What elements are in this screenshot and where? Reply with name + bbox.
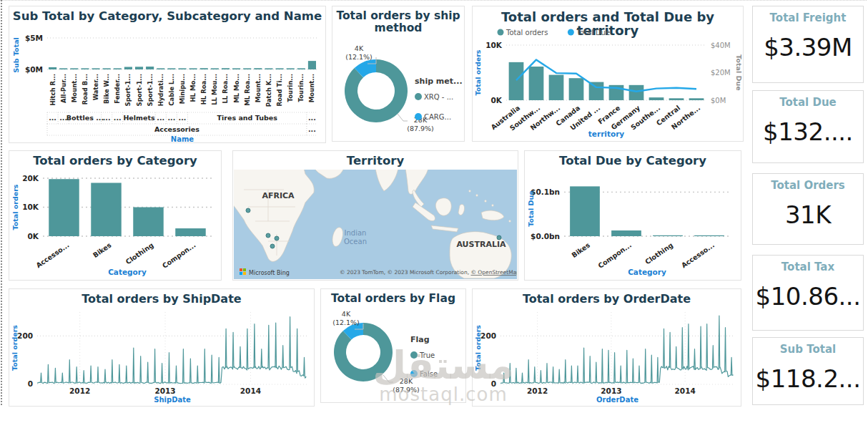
kpi-title: Total Orders bbox=[753, 179, 863, 192]
panel-ship-method-donut: Total orders by ship method 4K(12.1%)28K… bbox=[332, 6, 465, 142]
svg-text:Total orders: Total orders bbox=[505, 29, 548, 37]
svg-text:Accesso...: Accesso... bbox=[34, 241, 70, 270]
map-bubble-point[interactable] bbox=[275, 236, 279, 240]
map-bubble-point[interactable] bbox=[497, 235, 501, 240]
svg-text:...: ... bbox=[308, 114, 316, 122]
svg-text:Tires and Tubes: Tires and Tubes bbox=[217, 114, 278, 122]
ship-method-donut-chart[interactable]: 4K(12.1%)28K(87.9%)ship met...XRQ - ...C… bbox=[333, 37, 463, 140]
orders-by-shipdate-line-chart[interactable]: 2012201320142000ShipDateTotal orders bbox=[10, 306, 313, 405]
svg-text:Accessories: Accessories bbox=[154, 125, 199, 133]
kpi-value: $3.39M bbox=[753, 33, 863, 62]
svg-text:LL Mou...: LL Mou... bbox=[211, 74, 218, 105]
svg-text:Road B...: Road B... bbox=[82, 74, 89, 104]
bing-logo-label: Microsoft Bing bbox=[249, 270, 290, 276]
svg-text:(87.9%): (87.9%) bbox=[407, 125, 434, 132]
kpi-value: $132.... bbox=[753, 117, 863, 146]
svg-text:...: ... bbox=[167, 114, 175, 122]
svg-text:Water...: Water... bbox=[92, 74, 99, 100]
subtotal-bar-chart[interactable]: $5M$0MHitch R...All-Pur...Mount...Road B… bbox=[10, 28, 325, 142]
svg-text:0: 0 bbox=[28, 379, 33, 388]
kpi-value: $118.2... bbox=[753, 364, 863, 393]
svg-text:$0M: $0M bbox=[25, 65, 43, 74]
kpi-card-total-tax: Total Tax $10.86... bbox=[752, 255, 864, 331]
chart-title: Total orders by OrderDate bbox=[475, 293, 738, 305]
svg-text:Clothing: Clothing bbox=[643, 241, 674, 266]
svg-text:$0.0bn: $0.0bn bbox=[531, 232, 560, 240]
svg-text:Sport-1...: Sport-1... bbox=[136, 74, 143, 106]
panel-orders-by-orderdate: Total orders by OrderDate 20122013201420… bbox=[472, 288, 741, 407]
kpi-title: Sub Total bbox=[753, 343, 863, 356]
svg-text:(12.1%): (12.1%) bbox=[332, 319, 360, 326]
svg-text:CARG...: CARG... bbox=[424, 113, 451, 121]
svg-text:Clothing: Clothing bbox=[124, 241, 155, 266]
svg-text:$0.1bn: $0.1bn bbox=[531, 188, 560, 196]
svg-text:LL Roa...: LL Roa... bbox=[222, 74, 229, 104]
svg-text:Minipu...: Minipu... bbox=[179, 74, 186, 104]
svg-text:...: ... bbox=[49, 114, 56, 122]
orders-by-flag-donut-chart[interactable]: 4K(12.1%)28K(87.9%)FlagTrueFalse bbox=[322, 306, 465, 402]
panel-orders-by-flag: Total orders by Flag 4K(12.1%)28K(87.9%)… bbox=[320, 288, 466, 403]
chart-title: Sub Total by Category, Subcategory and N… bbox=[12, 10, 322, 23]
svg-text:0K: 0K bbox=[28, 232, 39, 240]
chart-title: Territory bbox=[236, 155, 515, 167]
svg-text:2013: 2013 bbox=[154, 386, 175, 395]
svg-text:10K: 10K bbox=[485, 41, 503, 49]
svg-text:Bikes: Bikes bbox=[570, 240, 591, 259]
svg-text:territory: territory bbox=[588, 130, 625, 138]
svg-text:Indian: Indian bbox=[345, 229, 367, 237]
svg-text:Total orders: Total orders bbox=[11, 325, 19, 371]
svg-text:...: ... bbox=[157, 114, 164, 122]
svg-text:2013: 2013 bbox=[601, 386, 621, 395]
svg-text:Compon...: Compon... bbox=[161, 241, 197, 270]
svg-text:Fender...: Fender... bbox=[114, 74, 121, 104]
svg-text:Mount...: Mount... bbox=[308, 74, 315, 102]
svg-text:Total Due: Total Due bbox=[576, 29, 610, 37]
chart-title: Total orders by Category bbox=[12, 155, 218, 167]
svg-text:2012: 2012 bbox=[527, 386, 548, 395]
svg-text:Total orders: Total orders bbox=[474, 325, 482, 371]
svg-text:(87.9%): (87.9%) bbox=[393, 386, 420, 394]
svg-text:4K: 4K bbox=[355, 44, 364, 52]
svg-text:Category: Category bbox=[628, 268, 666, 276]
svg-text:...: ... bbox=[114, 114, 122, 122]
orders-by-category-bar-chart[interactable]: 20K10K0KAccesso...BikesClothingCompon...… bbox=[10, 170, 220, 279]
svg-text:Bike W...: Bike W... bbox=[103, 74, 110, 104]
territory-map[interactable]: AFRICAAUSTRALIAIndianOceanMicrosoft Bing… bbox=[234, 170, 517, 279]
territory-combo-chart[interactable]: Total ordersTotal Due10K0K$40M$20M$0MAus… bbox=[473, 25, 742, 140]
svg-text:$20M: $20M bbox=[711, 69, 731, 77]
svg-text:ship met...: ship met... bbox=[415, 77, 463, 86]
svg-text:$40M: $40M bbox=[711, 42, 731, 49]
panel-orders-by-shipdate: Total orders by ShipDate 201220132014200… bbox=[9, 288, 315, 407]
map-bubble-point[interactable] bbox=[270, 244, 275, 248]
page-left-dotted-border bbox=[1, 0, 2, 405]
svg-text:Name: Name bbox=[171, 135, 194, 142]
svg-text:...: ... bbox=[103, 114, 111, 122]
svg-text:4K: 4K bbox=[342, 310, 351, 318]
svg-text:Total orders: Total orders bbox=[11, 184, 19, 230]
svg-text:Total Due: Total Due bbox=[735, 54, 742, 90]
svg-text:ShipDate: ShipDate bbox=[154, 396, 191, 404]
svg-text:HL Roa...: HL Roa... bbox=[200, 74, 207, 104]
svg-text:Sport-1...: Sport-1... bbox=[124, 74, 132, 106]
orders-by-orderdate-line-chart[interactable]: 2012201320142000OrderDateTotal orders bbox=[473, 306, 740, 405]
svg-text:Sport-1...: Sport-1... bbox=[147, 74, 154, 106]
svg-text:True: True bbox=[419, 351, 435, 359]
svg-text:Accesso...: Accesso... bbox=[680, 241, 716, 270]
svg-text:Patch K...: Patch K... bbox=[265, 74, 272, 107]
svg-text:Tourin...: Tourin... bbox=[297, 74, 305, 102]
map-bubble-point[interactable] bbox=[266, 233, 270, 238]
svg-text:28K: 28K bbox=[400, 377, 413, 385]
svg-text:Category: Category bbox=[108, 268, 147, 276]
svg-text:Hydrati...: Hydrati... bbox=[157, 74, 164, 106]
svg-text:(12.1%): (12.1%) bbox=[345, 53, 373, 61]
svg-text:Sub Total: Sub Total bbox=[12, 37, 20, 73]
due-by-category-bar-chart[interactable]: $0.1bn$0.0bnBikesCompon...ClothingAccess… bbox=[526, 170, 740, 279]
chart-title: Total orders by Flag bbox=[324, 293, 463, 305]
svg-text:Mount...: Mount... bbox=[255, 74, 262, 102]
svg-text:$5M: $5M bbox=[25, 34, 43, 42]
openstreetmap-link[interactable]: © OpenStreetMap bbox=[470, 269, 517, 276]
svg-text:Total orders: Total orders bbox=[474, 49, 482, 95]
map-bubble-point[interactable] bbox=[246, 208, 250, 213]
panel-territory-map: Territory AFRICAAUSTRALIAIndianOceanMicr… bbox=[232, 150, 518, 281]
kpi-title: Total Freight bbox=[753, 11, 863, 24]
